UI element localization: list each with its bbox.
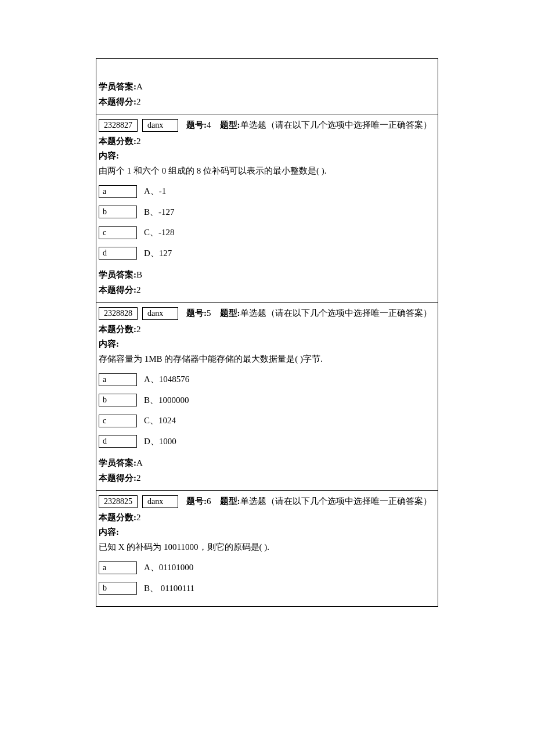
q4-content: 由两个 1 和六个 0 组成的 8 位补码可以表示的最小整数是( ).	[99, 164, 435, 179]
cell-top-partial: 学员答案:A 本题得分:2	[96, 59, 438, 114]
student-answer-label: 学员答案:	[99, 458, 136, 467]
q5-opt-b-box: b	[99, 394, 137, 406]
q5-type-box: danx	[142, 307, 178, 320]
q5-score-earned: 2	[136, 473, 141, 483]
q4-opt-c-box: c	[99, 226, 137, 239]
q5-num: 5	[207, 308, 211, 318]
content-label: 内容:	[99, 149, 435, 164]
q5-option-d[interactable]: d D、1000	[99, 434, 435, 449]
q6-num: 6	[207, 496, 211, 506]
q6-opt-a-box: a	[99, 561, 137, 574]
score-earned-label: 本题得分:	[99, 285, 136, 294]
q4-opt-b-text: B、-127	[144, 205, 175, 220]
q4-option-d[interactable]: d D、127	[99, 246, 435, 261]
qnum-label: 题号:	[186, 120, 207, 129]
score-earned-label: 本题得分:	[99, 473, 136, 483]
q6-id-box: 2328825	[99, 495, 138, 508]
page-container: 学员答案:A 本题得分:2 2328827 danx 题号:4 题型:单选题（请…	[0, 0, 534, 636]
max-score-label: 本题分数:	[99, 325, 136, 334]
q4-option-b[interactable]: b B、-127	[99, 205, 435, 220]
q6-header: 2328825 danx 题号:6 题型:单选题（请在以下几个选项中选择唯一正确…	[99, 494, 435, 509]
q5-student-answer: A	[136, 458, 143, 467]
q4-opt-d-text: D、127	[144, 246, 172, 261]
q4-id-box: 2328827	[99, 119, 138, 132]
qtype-label: 题型:	[220, 308, 240, 318]
q4-type-box: danx	[142, 119, 178, 132]
q5-opt-d-text: D、1000	[144, 434, 176, 449]
score-earned-value: 2	[136, 97, 141, 106]
q4-student-answer: B	[136, 270, 142, 279]
q6-opt-b-box: b	[99, 582, 137, 595]
max-score-label: 本题分数:	[99, 136, 136, 146]
q5-opt-c-text: C、1024	[144, 413, 176, 429]
q5-type-desc: 单选题（请在以下几个选项中选择唯一正确答案）	[240, 308, 432, 318]
q6-option-a[interactable]: a A、01101000	[99, 560, 435, 575]
content-label: 内容:	[99, 525, 435, 540]
q6-type-desc: 单选题（请在以下几个选项中选择唯一正确答案）	[240, 496, 432, 506]
q5-opt-b-text: B、1000000	[144, 393, 189, 408]
cell-q5: 2328828 danx 题号:5 题型:单选题（请在以下几个选项中选择唯一正确…	[96, 303, 438, 491]
q5-option-b[interactable]: b B、1000000	[99, 393, 435, 408]
q5-opt-d-box: d	[99, 435, 137, 448]
q5-content: 存储容量为 1MB 的存储器中能存储的最大数据量是( )字节.	[99, 352, 435, 367]
q4-opt-d-box: d	[99, 247, 137, 260]
q4-opt-a-text: A、-1	[144, 184, 166, 199]
q4-opt-c-text: C、-128	[144, 225, 175, 240]
q4-option-c[interactable]: c C、-128	[99, 225, 435, 240]
q6-max-score: 2	[136, 513, 141, 522]
q4-max-score: 2	[136, 136, 141, 146]
q4-opt-a-box: a	[99, 185, 137, 198]
q6-type-box: danx	[142, 495, 178, 508]
q4-num: 4	[207, 120, 211, 129]
q4-header: 2328827 danx 题号:4 题型:单选题（请在以下几个选项中选择唯一正确…	[99, 118, 435, 133]
student-answer-label: 学员答案:	[99, 270, 136, 279]
qtype-label: 题型:	[220, 120, 240, 129]
student-answer-label: 学员答案:	[99, 82, 136, 91]
q6-opt-b-text: B、 01100111	[144, 581, 194, 596]
qtype-label: 题型:	[220, 496, 240, 506]
cell-q4: 2328827 danx 题号:4 题型:单选题（请在以下几个选项中选择唯一正确…	[96, 114, 438, 303]
cell-q6: 2328825 danx 题号:6 题型:单选题（请在以下几个选项中选择唯一正确…	[96, 491, 438, 607]
q5-opt-a-box: a	[99, 373, 137, 386]
q5-max-score: 2	[136, 325, 141, 334]
q5-opt-a-text: A、1048576	[144, 372, 189, 387]
q5-option-a[interactable]: a A、1048576	[99, 372, 435, 387]
score-earned-label: 本题得分:	[99, 97, 136, 106]
q6-content: 已知 X 的补码为 10011000，则它的原码是( ).	[99, 540, 435, 555]
qnum-label: 题号:	[186, 496, 207, 506]
q6-opt-a-text: A、01101000	[144, 560, 193, 575]
content-label: 内容:	[99, 337, 435, 352]
qnum-label: 题号:	[186, 308, 207, 318]
q5-opt-c-box: c	[99, 415, 137, 427]
q4-score-earned: 2	[136, 285, 141, 294]
q6-option-b[interactable]: b B、 01100111	[99, 581, 435, 596]
q4-opt-b-box: b	[99, 206, 137, 218]
q4-type-desc: 单选题（请在以下几个选项中选择唯一正确答案）	[240, 120, 432, 129]
max-score-label: 本题分数:	[99, 513, 136, 522]
q5-id-box: 2328828	[99, 307, 138, 320]
q4-option-a[interactable]: a A、-1	[99, 184, 435, 199]
q5-option-c[interactable]: c C、1024	[99, 413, 435, 429]
student-answer-value: A	[136, 82, 143, 91]
question-table: 学员答案:A 本题得分:2 2328827 danx 题号:4 题型:单选题（请…	[96, 58, 438, 607]
q5-header: 2328828 danx 题号:5 题型:单选题（请在以下几个选项中选择唯一正确…	[99, 306, 435, 321]
